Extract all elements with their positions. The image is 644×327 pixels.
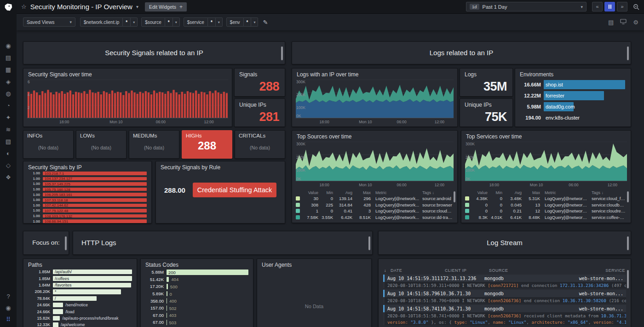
- toplist-row[interactable]: 5.88M200: [142, 269, 250, 276]
- nav-logs-icon[interactable]: ◐: [6, 150, 10, 156]
- toplist-row[interactable]: 67.00503: [142, 319, 250, 326]
- severity-box-lows[interactable]: LOWs(No data): [76, 130, 126, 159]
- severity-box-criticals[interactable]: CRITICALs(No data): [235, 130, 285, 159]
- datadog-logo[interactable]: [3, 2, 13, 12]
- log-entry[interactable]: Aug 10 14:51:59.311172.31.13.236mongodbw…: [383, 275, 626, 288]
- time-range-picker[interactable]: 1d Past 1 Day ▾: [466, 2, 586, 11]
- edit-widgets-button[interactable]: Edit Widgets +: [145, 2, 187, 11]
- toplist-row[interactable]: 1.00107.33.118.18: [24, 197, 149, 203]
- toplist-bar-track: /load: [53, 309, 132, 314]
- chevron-down-icon: ▾: [216, 17, 223, 27]
- top-services-chart[interactable]: 0K100K200K300K: [465, 142, 627, 181]
- nav-watchdog-icon[interactable]: ◉: [6, 43, 11, 49]
- help-icon[interactable]: ?: [6, 293, 10, 299]
- severity-box-mediums[interactable]: MEDIUMs(No data): [129, 130, 179, 159]
- edit-variables-icon[interactable]: ✎: [263, 19, 268, 26]
- scrollbar[interactable]: [627, 191, 629, 202]
- toplist-row[interactable]: 1.85M/coffees: [24, 275, 134, 281]
- scrollbar[interactable]: [368, 236, 370, 250]
- scrollbar[interactable]: [65, 236, 67, 250]
- toplist-row[interactable]: 24.66K/load: [24, 308, 134, 315]
- rule-name-pill[interactable]: Credential Stuffing Attack: [193, 183, 276, 197]
- signals-unique-ips-widget: Unique IPs 281: [234, 98, 285, 127]
- toplist-row[interactable]: 358.00400: [142, 297, 250, 304]
- nav-integrations-icon[interactable]: ✦: [6, 115, 11, 120]
- nav-infrastructure-icon[interactable]: ◈: [6, 79, 11, 85]
- toplist-row[interactable]: 1.00103.218.7.1: [24, 171, 149, 176]
- table-cell: 0: [472, 202, 488, 207]
- rewind-button[interactable]: «: [592, 2, 603, 11]
- toplist-row[interactable]: 1.84M/favorites: [24, 282, 134, 288]
- toplist-row[interactable]: 5.89K0: [142, 290, 250, 298]
- toplist-row[interactable]: 15.82K/api/auto-process/refund/break: [24, 315, 134, 321]
- pause-button[interactable]: [604, 2, 615, 11]
- toplist-row[interactable]: 78.84K/: [24, 295, 134, 302]
- toplist-row[interactable]: 24.66K/send/notice: [24, 302, 134, 308]
- nav-ux-monitoring-icon[interactable]: ❖: [6, 174, 11, 180]
- favorite-star-icon[interactable]: ☆: [21, 3, 27, 10]
- user-icon[interactable]: ◉: [6, 305, 11, 311]
- toplist-row[interactable]: 67.00403: [142, 312, 250, 319]
- nav-events-icon[interactable]: ▤: [6, 55, 11, 61]
- log-entry[interactable]: Aug 10 14:51:58.74110.36.71.30mongodbweb…: [383, 305, 626, 325]
- metric-table-row[interactable]: 308225314.84428LogQuery[@network...sourc…: [296, 202, 453, 208]
- severity-value: (No data): [23, 145, 73, 150]
- metric-table-row[interactable]: 8.3K4.01K6.41K8.48KLogQuery[@network.cl.…: [465, 214, 626, 221]
- toplist-row[interactable]: 1.00105.75.160.128: [24, 187, 149, 192]
- metric-table-row[interactable]: 4.38K03.48K5.31KLogQuery[@network.cl...s…: [465, 195, 626, 202]
- severity-box-highs[interactable]: HIGHs288: [182, 130, 232, 159]
- toplist-row[interactable]: 16.66Mshop.ist: [517, 79, 627, 90]
- nav-notebooks-icon[interactable]: ▧: [6, 138, 11, 144]
- toplist-row[interactable]: 1.00106.205.183.161: [24, 192, 149, 197]
- toplist-row[interactable]: 17.20K500: [142, 283, 250, 290]
- forward-button[interactable]: »: [617, 2, 627, 11]
- toplist-row[interactable]: 1.00107.75.122.48: [24, 208, 149, 213]
- scrollbar[interactable]: [627, 46, 629, 60]
- metric-table-row[interactable]: 300139.14296LogQuery[@network...source:a…: [296, 195, 453, 202]
- toplist-label: 502: [169, 305, 177, 310]
- shortcuts-icon[interactable]: ▤: [608, 19, 614, 25]
- template-var-3[interactable]: $env*▾: [226, 17, 259, 27]
- scrollbar[interactable]: [281, 46, 283, 60]
- top-sources-chart[interactable]: 0K100K200K300K: [296, 142, 454, 181]
- nav-apm-icon[interactable]: ≋: [6, 126, 11, 132]
- toplist-row[interactable]: 12.33K/api/welcome: [24, 321, 134, 327]
- sort-descending-icon[interactable]: ↓: [384, 268, 391, 273]
- toplist-row[interactable]: 194.00env:k8s-cluster: [517, 112, 627, 123]
- toplist-row[interactable]: 1.00108.103.176.132: [24, 213, 149, 219]
- toplist-row[interactable]: 51.42K404: [142, 276, 250, 283]
- toplist-row[interactable]: 12.22Mforrester: [517, 90, 627, 101]
- toplist-row[interactable]: 1.00104.137.234.127: [24, 176, 149, 182]
- scrollbar[interactable]: [627, 270, 629, 288]
- title-chevron-icon[interactable]: ▾: [136, 4, 138, 9]
- tv-mode-icon[interactable]: [620, 19, 627, 25]
- scrollbar[interactable]: [454, 191, 455, 202]
- settings-gear-icon[interactable]: ⚙: [633, 19, 638, 25]
- nav-monitors-icon[interactable]: ◍: [6, 91, 11, 97]
- nav-dashboards-icon[interactable]: ▦: [6, 67, 11, 73]
- scrollbar[interactable]: [627, 236, 629, 250]
- metric-table-row[interactable]: 100.413LogQuery[@network...source:cloudt…: [296, 208, 453, 214]
- severity-box-infos[interactable]: INFOs(No data): [23, 130, 74, 159]
- toplist-row[interactable]: 157.00502: [142, 304, 250, 312]
- metric-table-row[interactable]: 000.2112LogQuery[@network.cl...service:c…: [465, 208, 626, 214]
- toplist-row[interactable]: 1.00107.42.144.62: [24, 203, 149, 208]
- nav-security-icon[interactable]: ◇: [6, 162, 11, 168]
- signals-over-time-chart[interactable]: 246: [27, 80, 228, 118]
- toplist-row[interactable]: 1.00108.66.94.151: [24, 218, 149, 224]
- metric-table-row[interactable]: 000.04513LogQuery[@network.cl...service:…: [465, 202, 626, 208]
- zoom-out-button[interactable]: [633, 4, 639, 10]
- template-var-0[interactable]: $network.client.ip*▾: [80, 17, 138, 27]
- toplist-row[interactable]: 208.20K*: [24, 288, 134, 295]
- apps-icon[interactable]: ⠿: [6, 316, 11, 322]
- toplist-row[interactable]: 5.98Mdatad0g.com: [517, 101, 627, 112]
- toplist-row[interactable]: 1.85M/api/auth/: [24, 269, 134, 275]
- template-var-2[interactable]: $service*▾: [184, 17, 223, 27]
- toplist-row[interactable]: 1.00105.37.149.225: [24, 181, 149, 187]
- log-entry[interactable]: Aug 10 14:51:58.79610.36.71.30mongodbweb…: [383, 290, 626, 304]
- metric-table-row[interactable]: 7.58K3.55K6.42K8.51KLogQuery[@network...…: [296, 214, 453, 221]
- logs-over-time-chart[interactable]: 0K100K200K300K: [296, 80, 454, 118]
- nav-metrics-icon[interactable]: ◔: [6, 103, 10, 109]
- saved-views-select[interactable]: Saved Views ▾: [23, 17, 75, 27]
- template-var-1[interactable]: $source*▾: [141, 17, 180, 27]
